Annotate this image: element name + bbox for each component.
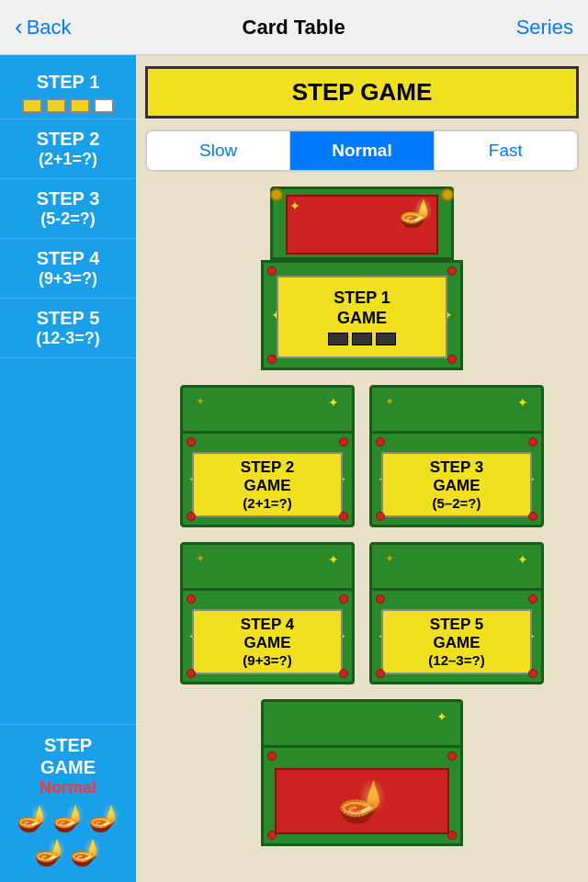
chest-step4-game[interactable]: ✦ ✦ ✦ ✦ STEP 4GAME (9+3=?) xyxy=(180,542,355,684)
lamp-icon-2: 🪔 xyxy=(52,803,85,833)
sidebar: STEP 1 STEP 2 (2+1=?) STEP 3 (5-2=?) STE… xyxy=(0,55,136,882)
chest-lamp-icon: 🪔 xyxy=(399,197,433,229)
gem5-br xyxy=(528,669,537,678)
lock-gem-bl xyxy=(267,831,277,840)
lamp-icon-1: 🪔 xyxy=(17,803,49,833)
main-content: STEP GAME Slow Normal Fast 🪔 ✦ xyxy=(136,55,588,882)
chest4-eq: (9+3=?) xyxy=(243,652,291,668)
chest2-body: ✦ ✦ STEP 2GAME (2+1=?) xyxy=(180,431,355,527)
gem2-tr xyxy=(339,437,348,447)
chest5-star2: ✦ xyxy=(385,552,394,565)
lock-gem-br xyxy=(447,831,457,840)
gem5-tl xyxy=(376,594,385,604)
chest2-eq: (2+1=?) xyxy=(243,495,291,511)
chest5-body: ✦ ✦ STEP 5GAME (12–3=?) xyxy=(369,588,544,684)
chest5-label: STEP 5GAME (12–3=?) xyxy=(381,609,532,674)
chest-step3-game[interactable]: ✦ ✦ ✦ ✦ STEP 3GAME (5–2=?) xyxy=(369,385,544,527)
chest-step1-game[interactable]: 🪔 ✦ ✦ ✦ STEP 1GAME xyxy=(261,187,463,370)
gem4-tl xyxy=(187,594,196,604)
sidebar-step4-eq: (9+3=?) xyxy=(7,269,129,288)
sidebar-step2-label: STEP 2 xyxy=(7,129,129,150)
chest4-body: ✦ ✦ STEP 4GAME (9+3=?) xyxy=(180,588,355,684)
gem3-br xyxy=(528,512,537,521)
gem4-bl xyxy=(187,669,196,678)
chest3-star2: ✦ xyxy=(385,395,394,408)
chest-locked-game[interactable]: ✦ 🪔 xyxy=(261,699,463,846)
gem5-tr xyxy=(528,594,537,604)
gem3-tl xyxy=(376,437,385,447)
chest-open-label-text: STEP 1GAME xyxy=(277,276,447,358)
series-button[interactable]: Series xyxy=(516,16,573,40)
chest3-lid: ✦ ✦ xyxy=(369,385,544,435)
back-button[interactable]: ‹ Back xyxy=(15,13,72,41)
sidebar-item-step5[interactable]: STEP 5 (12-3=?) xyxy=(0,299,136,358)
chest3-body: ✦ ✦ STEP 3GAME (5–2=?) xyxy=(369,431,544,527)
sidebar-step4-label: STEP 4 xyxy=(7,248,129,269)
sidebar-item-step1[interactable]: STEP 1 xyxy=(0,62,136,119)
lid-decor-tl xyxy=(270,188,283,201)
chest-row-3: ✦ ✦ ✦ ✦ STEP 4GAME (9+3=?) xyxy=(145,542,579,684)
open-bar-3 xyxy=(376,333,396,345)
chest3-label: STEP 3GAME (5–2=?) xyxy=(381,452,532,517)
progress-bar-1 xyxy=(22,98,42,113)
chest3-title: STEP 3GAME xyxy=(430,458,483,496)
lock-gem-tl xyxy=(267,752,277,761)
sidebar-item-step3[interactable]: STEP 3 (5-2=?) xyxy=(0,179,136,239)
chest5-star: ✦ xyxy=(517,552,528,567)
gem3-tr xyxy=(528,437,537,447)
sidebar-step2-eq: (2+1=?) xyxy=(7,150,129,169)
chest2-lid: ✦ ✦ xyxy=(180,385,355,435)
chest-step2-game[interactable]: ✦ ✦ ✦ ✦ STEP 2GAME (2+1=?) xyxy=(180,385,355,527)
sidebar-stepgame-difficulty: Normal xyxy=(7,778,129,797)
chest-grid: 🪔 ✦ ✦ ✦ STEP 1GAME xyxy=(145,187,579,846)
chest5-title: STEP 5GAME xyxy=(430,616,483,653)
chest2-label: STEP 2GAME (2+1=?) xyxy=(192,452,343,517)
gem-tr xyxy=(447,266,457,276)
chest3-star: ✦ xyxy=(517,395,528,410)
chest-row-4: ✦ 🪔 xyxy=(145,699,579,846)
header: ‹ Back Card Table Series xyxy=(0,0,588,55)
gem4-br xyxy=(339,669,348,678)
chest2-star: ✦ xyxy=(328,395,339,410)
chest-row-2: ✦ ✦ ✦ ✦ STEP 2GAME (2+1=?) xyxy=(145,385,579,527)
chest3-eq: (5–2=?) xyxy=(433,495,481,511)
sidebar-step3-eq: (5-2=?) xyxy=(7,209,129,229)
lamp-icon-5: 🪔 xyxy=(70,837,102,867)
gem4-tr xyxy=(339,594,348,604)
sidebar-step5-label: STEP 5 xyxy=(7,308,129,329)
chevron-left-icon: ‹ xyxy=(15,13,23,41)
sidebar-item-step4[interactable]: STEP 4 (9+3=?) xyxy=(0,239,136,299)
chest4-title: STEP 4GAME xyxy=(241,616,294,653)
chest4-star: ✦ xyxy=(328,552,339,567)
gem3-bl xyxy=(376,512,385,521)
sidebar-step1-progress xyxy=(7,98,129,113)
chest4-label: STEP 4GAME (9+3=?) xyxy=(192,609,343,674)
chest-open-lid: 🪔 ✦ xyxy=(270,187,454,260)
progress-bar-3 xyxy=(70,98,90,113)
gem-tl xyxy=(267,266,277,276)
sidebar-lamp-icons: 🪔 🪔 🪔 🪔 🪔 xyxy=(7,797,129,873)
open-bar-1 xyxy=(328,333,348,345)
chest-row-1: 🪔 ✦ ✦ ✦ STEP 1GAME xyxy=(145,187,579,370)
speed-slow-button[interactable]: Slow xyxy=(147,131,290,170)
speed-normal-button[interactable]: Normal xyxy=(290,131,434,170)
chest-step1-title: STEP 1GAME xyxy=(334,288,390,328)
sidebar-step3-label: STEP 3 xyxy=(7,188,129,209)
gem5-bl xyxy=(376,669,385,678)
chest-step5-game[interactable]: ✦ ✦ ✦ ✦ STEP 5GAME (12–3=?) xyxy=(369,542,544,684)
sidebar-item-stepgame[interactable]: STEPGAME Normal 🪔 🪔 🪔 🪔 🪔 xyxy=(0,724,136,882)
gem2-bl xyxy=(187,512,196,521)
gem-bl xyxy=(267,355,277,364)
chest2-title: STEP 2GAME xyxy=(241,458,294,496)
lock-gem-tr xyxy=(447,752,457,761)
chest5-lid: ✦ ✦ xyxy=(369,542,544,593)
sidebar-stepgame-label: STEPGAME xyxy=(7,734,129,778)
chest4-star2: ✦ xyxy=(196,552,205,565)
locked-label: 🪔 xyxy=(275,768,449,834)
speed-fast-button[interactable]: Fast xyxy=(435,131,577,170)
progress-bar-2 xyxy=(46,98,66,113)
chest2-star2: ✦ xyxy=(196,395,205,408)
open-bar-2 xyxy=(352,333,372,345)
gem2-tl xyxy=(187,437,196,447)
sidebar-item-step2[interactable]: STEP 2 (2+1=?) xyxy=(0,119,136,179)
